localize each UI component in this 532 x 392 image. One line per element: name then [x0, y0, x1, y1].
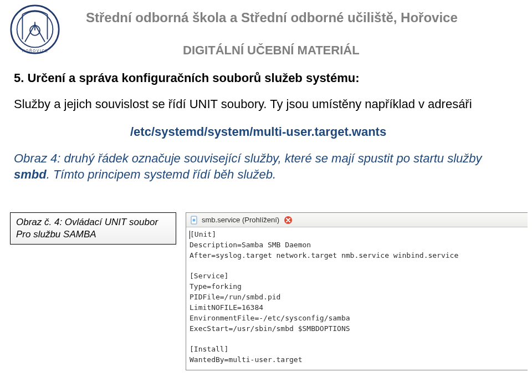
svg-text:H O Ř O V I C E: H O Ř O V I C E	[22, 48, 48, 53]
editor-titlebar: smb.service (Prohlížení)	[186, 213, 528, 227]
editor-line-10: ExecStart=/usr/sbin/smbd $SMBDOPTIONS	[190, 324, 350, 333]
editor-line-8: LimitNOFILE=16384	[190, 303, 263, 312]
file-icon	[190, 216, 198, 225]
paragraph-2-prefix: Obraz 4: druhý řádek označuje souvisejíc…	[14, 151, 482, 165]
editor-line-6: Type=forking	[190, 282, 242, 291]
caption-line-2: Pro službu SAMBA	[16, 228, 170, 241]
editor-title: smb.service (Prohlížení)	[202, 216, 279, 224]
document-subtitle: DIGITÁLNÍ UČEBNÍ MATERIÁL	[183, 43, 360, 58]
school-logo: H O Ř O V I C E	[10, 4, 60, 54]
paragraph-2: Obraz 4: druhý řádek označuje souvisejíc…	[14, 151, 513, 182]
caption-line-1: Obraz č. 4: Ovládací UNIT soubor	[16, 216, 170, 228]
editor-line-3: After=syslog.target network.target nmb.s…	[190, 251, 458, 259]
school-name: Střední odborná škola a Střední odborné …	[86, 10, 458, 26]
paragraph-2-bold: smbd	[14, 167, 47, 181]
paragraph-1: Služby a jejich souvislost se řídí UNIT …	[14, 97, 472, 111]
config-path: /etc/systemd/system/multi-user.target.wa…	[130, 125, 386, 139]
editor-content: [Unit] Description=Samba SMB Daemon Afte…	[186, 227, 528, 370]
editor-line-5: [Service]	[190, 272, 228, 280]
figure-caption-box: Obraz č. 4: Ovládací UNIT soubor Pro slu…	[10, 212, 176, 245]
close-icon[interactable]	[284, 216, 293, 225]
editor-line-13: WantedBy=multi-user.target	[190, 355, 303, 364]
editor-line-2: Description=Samba SMB Daemon	[190, 241, 311, 249]
editor-line-7: PIDFile=/run/smbd.pid	[190, 293, 280, 301]
svg-point-5	[193, 218, 196, 221]
editor-window: smb.service (Prohlížení) [Unit] Descript…	[186, 212, 528, 370]
editor-line-12: [Install]	[190, 345, 228, 353]
paragraph-2-suffix: . Tímto principem systemd řídí běh služe…	[47, 167, 277, 181]
section-heading: 5. Určení a správa konfiguračních soubor…	[14, 71, 360, 85]
editor-line-9: EnvironmentFile=-/etc/sysconfig/samba	[190, 314, 350, 322]
editor-line-1: [Unit]	[190, 230, 216, 238]
